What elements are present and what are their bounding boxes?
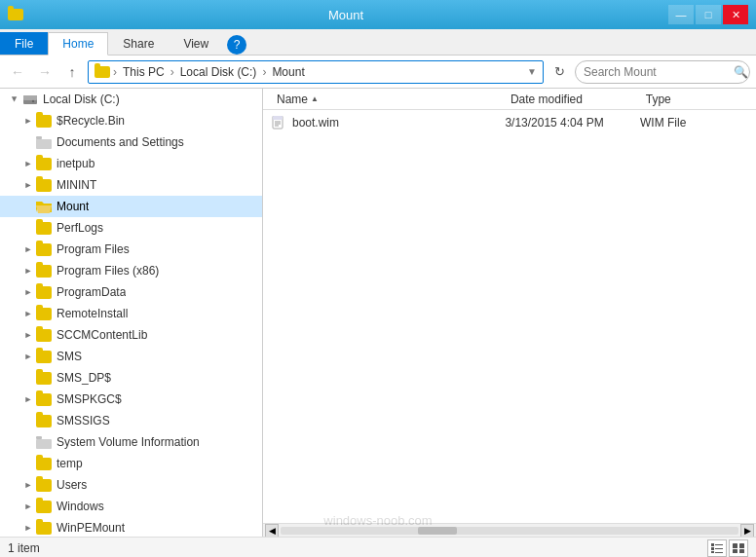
expand-arrow: ► [21, 307, 35, 320]
path-local-disk[interactable]: Local Disk (C:) [177, 64, 260, 80]
close-button[interactable]: ✕ [723, 5, 748, 24]
folder-icon [35, 241, 53, 258]
folder-icon [35, 176, 53, 194]
folder-icon [35, 390, 53, 408]
folder-icon [35, 455, 53, 472]
folder-icon [35, 219, 53, 237]
nav-item-remoteinstall[interactable]: ► RemoteInstall [0, 303, 262, 324]
nav-forward-button[interactable]: → [33, 60, 57, 84]
horizontal-scrollbar[interactable]: ◀ ▶ [263, 523, 756, 537]
nav-item-system-volume[interactable]: ► System Volume Information [0, 431, 262, 453]
nav-label-smssigs: SMSSIGS [57, 414, 110, 427]
path-mount[interactable]: Mount [269, 64, 307, 80]
svg-rect-4 [36, 139, 43, 142]
nav-item-recycle-bin[interactable]: ► $Recycle.Bin [0, 110, 262, 131]
folder-icon [35, 476, 53, 494]
svg-rect-18 [715, 544, 723, 545]
svg-point-2 [32, 100, 34, 102]
nav-label-mount: Mount [57, 200, 89, 213]
nav-item-winpemount[interactable]: ► WinPEMount [0, 517, 262, 537]
nav-label-winpemount: WinPEMount [57, 521, 125, 535]
scroll-thumb[interactable] [418, 527, 457, 535]
nav-label-recycle-bin: $Recycle.Bin [57, 114, 125, 128]
special-folder-icon [35, 433, 53, 451]
nav-item-temp[interactable]: ► temp [0, 453, 262, 474]
nav-item-sccmcontentlib[interactable]: ► SCCMContentLib [0, 324, 262, 346]
wim-file-icon [271, 115, 286, 130]
title-bar-left [8, 9, 23, 20]
folder-icon [35, 519, 53, 537]
view-icons [707, 539, 748, 557]
expand-arrow: ► [21, 285, 35, 299]
nav-item-users[interactable]: ► Users [0, 474, 262, 496]
expand-arrow: ► [21, 328, 35, 342]
minimize-button[interactable]: — [668, 5, 694, 24]
svg-rect-21 [733, 543, 737, 548]
file-row-boot-wim[interactable]: boot.wim 3/13/2015 4:04 PM WIM File [263, 112, 756, 133]
search-box[interactable]: 🔍 [575, 60, 750, 84]
folder-icon [35, 283, 53, 301]
file-name-label: boot.wim [292, 116, 339, 130]
nav-label-local-disk: Local Disk (C:) [43, 93, 120, 106]
col-header-name[interactable]: Name ▲ [271, 89, 505, 109]
special-folder-icon [35, 133, 53, 151]
sort-arrow: ▲ [311, 94, 319, 103]
folder-icon [35, 305, 53, 322]
tab-file[interactable]: File [0, 32, 48, 55]
col-header-date[interactable]: Date modified [505, 89, 640, 109]
col-header-type[interactable]: Type [640, 89, 748, 109]
tab-home[interactable]: Home [48, 32, 108, 56]
nav-item-sms[interactable]: ► SMS [0, 346, 262, 367]
nav-item-mount[interactable]: ► Mount [0, 196, 262, 217]
nav-back-button[interactable]: ← [6, 60, 29, 84]
svg-rect-11 [273, 116, 283, 120]
view-details-button[interactable] [707, 539, 727, 557]
nav-item-windows[interactable]: ► Windows [0, 496, 262, 517]
drive-icon [21, 91, 39, 108]
path-folder-icon [94, 66, 110, 78]
main-layout: ► Local Disk (C:) ► $Recycle.Bin ► Docum… [0, 89, 756, 537]
address-path[interactable]: › This PC › Local Disk (C:) › Mount ▼ [88, 60, 544, 84]
content-area: Name ▲ Date modified Type boot.wim 3/13/… [263, 89, 756, 537]
nav-up-button[interactable]: ↑ [60, 60, 84, 84]
nav-item-inetpub[interactable]: ► inetpub [0, 153, 262, 174]
nav-item-program-files-x86[interactable]: ► Program Files (x86) [0, 260, 262, 281]
nav-item-smspkgcs[interactable]: ► SMSPKGC$ [0, 389, 262, 410]
expand-arrow: ► [21, 264, 35, 278]
expand-arrow: ► [21, 114, 35, 128]
svg-rect-22 [739, 543, 744, 548]
help-button[interactable]: ? [227, 35, 246, 55]
maximize-button[interactable]: □ [696, 5, 721, 24]
nav-item-program-files[interactable]: ► Program Files [0, 239, 262, 260]
nav-label-temp: temp [57, 457, 83, 470]
ribbon-tabs: File Home Share View ? [0, 29, 756, 55]
svg-rect-9 [36, 436, 42, 439]
svg-rect-1 [23, 95, 37, 100]
expand-arrow: ► [21, 350, 35, 363]
scroll-track[interactable] [281, 527, 738, 535]
nav-label-documents-settings: Documents and Settings [57, 135, 184, 149]
nav-item-documents-settings[interactable]: ► Documents and Settings [0, 131, 262, 153]
nav-label-perflogs: PerfLogs [57, 221, 103, 235]
view-large-icons-button[interactable] [729, 539, 748, 557]
svg-rect-20 [715, 552, 723, 553]
tab-share[interactable]: Share [108, 32, 169, 55]
content-list: boot.wim 3/13/2015 4:04 PM WIM File [263, 110, 756, 523]
nav-item-minint[interactable]: ► MININT [0, 174, 262, 196]
tab-view[interactable]: View [169, 32, 223, 55]
scroll-right-button[interactable]: ▶ [740, 524, 754, 538]
search-input[interactable] [584, 65, 730, 79]
path-this-pc[interactable]: This PC [120, 64, 168, 80]
nav-item-programdata[interactable]: ► ProgramData [0, 281, 262, 303]
ribbon: File Home Share View ? [0, 29, 756, 56]
nav-item-local-disk[interactable]: ► Local Disk (C:) [0, 89, 262, 110]
scroll-left-button[interactable]: ◀ [265, 524, 279, 538]
expand-arrow: ► [21, 178, 35, 192]
col-name-label: Name [277, 93, 308, 106]
nav-item-perflogs[interactable]: ► PerfLogs [0, 217, 262, 239]
nav-item-sms-dps[interactable]: ► SMS_DP$ [0, 367, 262, 389]
refresh-button[interactable]: ↻ [548, 60, 571, 84]
nav-label-program-files-x86: Program Files (x86) [57, 264, 159, 278]
folder-icon [35, 498, 53, 515]
nav-item-smssigs[interactable]: ► SMSSIGS [0, 410, 262, 431]
